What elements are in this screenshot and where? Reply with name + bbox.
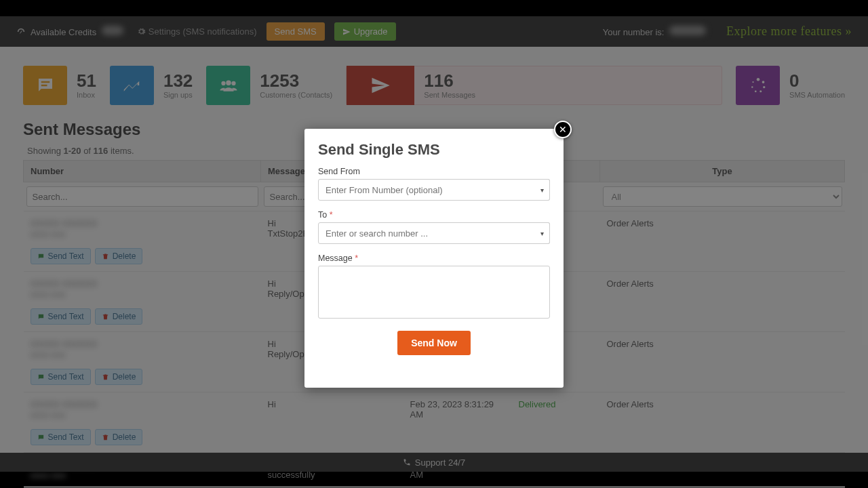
send-sms-modal: ✕ Send Single SMS Send From ▾ To * ▾ Mes… (304, 129, 564, 388)
message-label: Message * (318, 253, 550, 263)
send-now-button[interactable]: Send Now (397, 331, 471, 355)
send-from-label: Send From (318, 167, 550, 176)
to-caret[interactable]: ▾ (535, 222, 550, 244)
message-textarea[interactable] (318, 266, 550, 319)
modal-close-button[interactable]: ✕ (554, 121, 572, 138)
row-number-blurred: xxxxx xxxx (31, 471, 66, 479)
modal-overlay[interactable]: ✕ Send Single SMS Send From ▾ To * ▾ Mes… (0, 16, 868, 472)
to-label: To * (318, 210, 550, 220)
send-from-caret[interactable]: ▾ (535, 179, 550, 201)
send-from-input[interactable] (318, 179, 550, 201)
modal-title: Send Single SMS (318, 141, 550, 159)
to-input[interactable] (318, 222, 550, 244)
